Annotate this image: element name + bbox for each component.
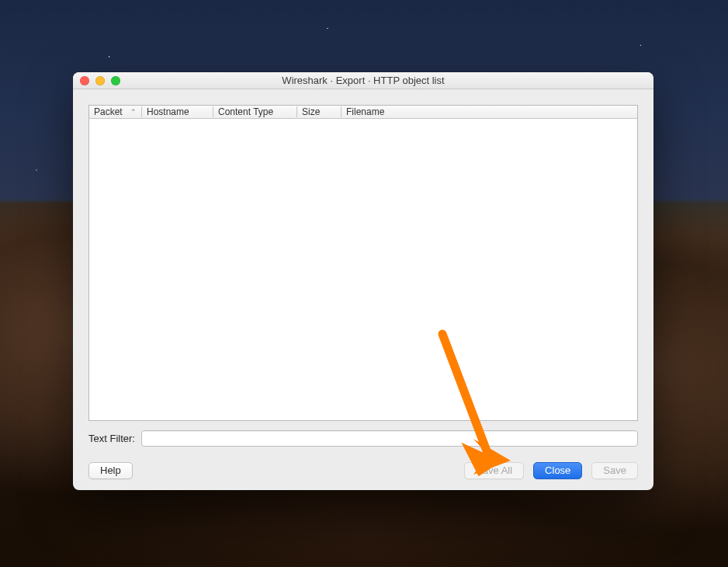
- titlebar[interactable]: Wireshark · Export · HTTP object list: [73, 72, 653, 89]
- column-header-filename[interactable]: Filename: [341, 106, 637, 117]
- traffic-lights: [73, 76, 120, 85]
- window-minimize-button[interactable]: [95, 76, 105, 85]
- column-label: Packet: [94, 106, 123, 117]
- column-label: Content Type: [218, 106, 273, 117]
- window-close-button[interactable]: [80, 76, 89, 85]
- column-label: Hostname: [147, 106, 189, 117]
- sort-ascending-icon: ⌃: [130, 108, 137, 116]
- help-button[interactable]: Help: [88, 462, 133, 479]
- table-header-row: Packet ⌃ Hostname Content Type Size File…: [89, 106, 637, 119]
- column-header-size[interactable]: Size: [297, 106, 341, 117]
- window-title: Wireshark · Export · HTTP object list: [73, 75, 653, 86]
- object-table[interactable]: Packet ⌃ Hostname Content Type Size File…: [88, 105, 638, 421]
- close-button[interactable]: Close: [533, 462, 582, 479]
- column-header-content-type[interactable]: Content Type: [213, 106, 297, 117]
- save-all-button[interactable]: Save All: [464, 462, 524, 479]
- dialog-content: Packet ⌃ Hostname Content Type Size File…: [73, 89, 653, 490]
- column-header-hostname[interactable]: Hostname: [142, 106, 213, 117]
- text-filter-label: Text Filter:: [88, 433, 135, 444]
- save-button[interactable]: Save: [591, 462, 638, 479]
- window-zoom-button[interactable]: [111, 76, 120, 85]
- column-label: Size: [302, 106, 320, 117]
- table-body-empty[interactable]: [89, 119, 637, 420]
- text-filter-input[interactable]: [141, 430, 638, 447]
- dialog-button-row: Help Save All Close Save: [88, 462, 638, 479]
- export-dialog-window: Wireshark · Export · HTTP object list Pa…: [73, 72, 653, 490]
- text-filter-row: Text Filter:: [88, 430, 638, 447]
- column-label: Filename: [346, 106, 384, 117]
- column-header-packet[interactable]: Packet ⌃: [89, 106, 142, 117]
